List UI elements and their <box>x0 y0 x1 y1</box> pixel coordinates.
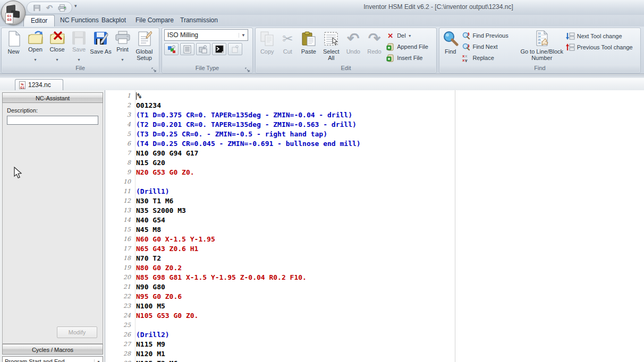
save-icon[interactable] <box>31 3 42 13</box>
file-type-console-button[interactable] <box>212 43 226 55</box>
code-line[interactable]: 23N100 M5 <box>105 301 644 311</box>
undo-button[interactable]: ↶ Undo <box>343 29 364 63</box>
close-dropdown-icon[interactable]: ▼ <box>55 57 59 63</box>
code-line[interactable]: 2O01234 <box>105 100 644 110</box>
modify-button[interactable]: Modify <box>57 326 97 338</box>
svg-text:y: y <box>465 58 468 62</box>
print-icon[interactable] <box>57 3 67 13</box>
description-input[interactable] <box>7 116 98 125</box>
code-line[interactable]: 9N20 G53 G0 Z0. <box>105 167 644 177</box>
cut-button[interactable]: ✂ Cut <box>278 29 298 63</box>
file-type-list-button[interactable] <box>180 43 194 55</box>
code-line[interactable]: 4(T2 D=0.201 CR=0. TAPER=135deg - ZMIN=-… <box>105 119 644 129</box>
nc-assistant-header[interactable]: NC-Assistant <box>2 92 103 103</box>
dialog-launcher-icon[interactable] <box>245 65 251 72</box>
save-button[interactable]: Save ▼ <box>68 29 90 63</box>
code-line[interactable]: 25 <box>105 320 644 330</box>
append-file-icon <box>386 42 395 51</box>
line-number: 9 <box>105 169 136 176</box>
code-editor[interactable]: 1%2O012343(T1 D=0.375 CR=0. TAPER=135deg… <box>105 90 644 362</box>
line-number: 18 <box>105 255 136 262</box>
line-number: 2 <box>105 102 136 109</box>
open-dropdown-icon[interactable]: ▼ <box>33 57 37 63</box>
code-line[interactable]: 28N120 M1 <box>105 349 644 358</box>
code-line[interactable]: 21N90 G80 <box>105 282 644 291</box>
copy-button[interactable]: Copy <box>257 29 278 63</box>
tab-backplot[interactable]: Backplot <box>95 15 133 26</box>
dialog-launcher-icon[interactable] <box>151 65 158 72</box>
previous-tool-change-button[interactable]: Previous Tool change <box>565 41 639 53</box>
new-button[interactable]: New <box>3 29 24 63</box>
file-type-page-button[interactable] <box>196 43 210 55</box>
code-line[interactable]: 15N45 M8 <box>105 225 644 234</box>
code-line[interactable]: 16N60 G0 X-1.5 Y-1.95 <box>105 234 644 244</box>
code-line[interactable]: 3(T1 D=0.375 CR=0. TAPER=135deg - ZMIN=-… <box>105 110 644 119</box>
select-all-icon <box>324 29 338 48</box>
delete-button[interactable]: ✕ Del ▼ <box>385 30 435 41</box>
cycles-macros-select[interactable]: Program Start and End ▾ <box>2 356 103 362</box>
line-number: 3 <box>105 111 136 118</box>
redo-button[interactable]: ↷ Redo <box>364 29 385 63</box>
file-type-colors-button[interactable] <box>164 43 179 55</box>
code-line[interactable]: 20N85 G98 G81 X-1.5 Y-1.95 Z-0.04 R0.2 F… <box>105 272 644 282</box>
append-file-button[interactable]: Append File <box>385 41 435 53</box>
find-button[interactable]: Find <box>440 29 460 63</box>
app-menu-button[interactable]: G1G3 <box>1 1 26 25</box>
code-line[interactable]: 11(Drill1) <box>105 186 644 196</box>
open-button[interactable]: Open ▼ <box>24 29 46 63</box>
code-line[interactable]: 17N65 G43 Z0.6 H1 <box>105 244 644 253</box>
code-line[interactable]: 24N105 G53 G0 Z0. <box>105 311 644 320</box>
open-folder-icon <box>28 29 44 46</box>
search-icon <box>443 29 459 48</box>
save-as-button[interactable]: Save As <box>90 29 112 63</box>
next-tool-change-button[interactable]: Next Tool change <box>565 30 639 41</box>
code-text: (Drill1) <box>136 187 170 195</box>
document-tab-1234nc[interactable]: %G1 1234.nc <box>15 79 63 90</box>
code-line[interactable]: 13N35 S2000 M3 <box>105 205 644 215</box>
print-button[interactable]: Print ▼ <box>112 29 133 63</box>
cycles-macros-header[interactable]: Cycles / Macros <box>2 344 103 355</box>
redo-arrow-icon: ↷ <box>368 29 380 48</box>
code-line[interactable]: 10 <box>105 177 644 186</box>
code-line[interactable]: 1% <box>105 91 644 100</box>
line-number: 12 <box>105 197 136 204</box>
code-text: (T2 D=0.201 CR=0. TAPER=135deg - ZMIN=-0… <box>136 120 357 128</box>
code-line[interactable]: 5(T3 D=0.25 CR=0. - ZMIN=-0.5 - right ha… <box>105 129 644 139</box>
code-text: N70 T2 <box>136 254 161 262</box>
code-text: N125 T2 M6 <box>136 359 177 362</box>
select-all-button[interactable]: Select All <box>320 29 343 63</box>
find-next-button[interactable]: Find Next <box>460 41 519 53</box>
code-text: O01234 <box>136 101 161 109</box>
paste-button[interactable]: Paste <box>298 29 320 63</box>
insert-file-button[interactable]: Insert File <box>385 52 435 63</box>
code-line[interactable]: 12N30 T1 M6 <box>105 196 644 205</box>
goto-line-button[interactable]: 33343536 Go to Line/Block Number <box>519 29 565 63</box>
file-type-select[interactable]: ISO Milling ▼ <box>164 29 248 41</box>
code-line[interactable]: 7N10 G90 G94 G17 <box>105 148 644 158</box>
delete-dropdown-icon[interactable]: ▼ <box>408 34 412 38</box>
code-line[interactable]: 18N70 T2 <box>105 253 644 263</box>
code-line[interactable]: 14N40 G54 <box>105 215 644 225</box>
line-number: 29 <box>105 360 136 362</box>
code-line[interactable]: 29N125 T2 M6 <box>105 358 644 362</box>
find-previous-button[interactable]: Find Previous <box>460 30 519 41</box>
print-dropdown-icon[interactable]: ▼ <box>121 57 124 63</box>
quick-access-customize-icon[interactable]: ▾ <box>74 3 77 8</box>
close-button[interactable]: Close ▼ <box>46 29 68 63</box>
file-type-blank-button[interactable] <box>228 43 242 55</box>
code-line[interactable]: 27N115 M9 <box>105 339 644 349</box>
code-line[interactable]: 8N15 G20 <box>105 158 644 167</box>
code-lines[interactable]: 1%2O012343(T1 D=0.375 CR=0. TAPER=135deg… <box>105 90 644 362</box>
code-line[interactable]: 26(Drill2) <box>105 330 644 339</box>
code-line[interactable]: 22N95 G0 Z0.6 <box>105 291 644 301</box>
code-line[interactable]: 19N80 G0 Z0.2 <box>105 263 644 272</box>
replace-button[interactable]: xxxy Replace <box>460 52 519 63</box>
undo-icon[interactable]: ↶ <box>44 3 55 13</box>
global-setup-button[interactable]: Global Setup <box>133 29 155 63</box>
code-line[interactable]: 6(T4 D=0.25 CR=0.045 - ZMIN=-0.691 - bul… <box>105 139 644 148</box>
tab-editor[interactable]: Editor <box>23 15 55 27</box>
svg-text:36: 36 <box>538 41 541 45</box>
tab-transmission[interactable]: Transmission <box>173 15 225 26</box>
line-number: 22 <box>105 293 136 300</box>
title-bar: ↶ ▾ Inventor HSM Edit v6.2 - [C:\invento… <box>0 0 644 15</box>
